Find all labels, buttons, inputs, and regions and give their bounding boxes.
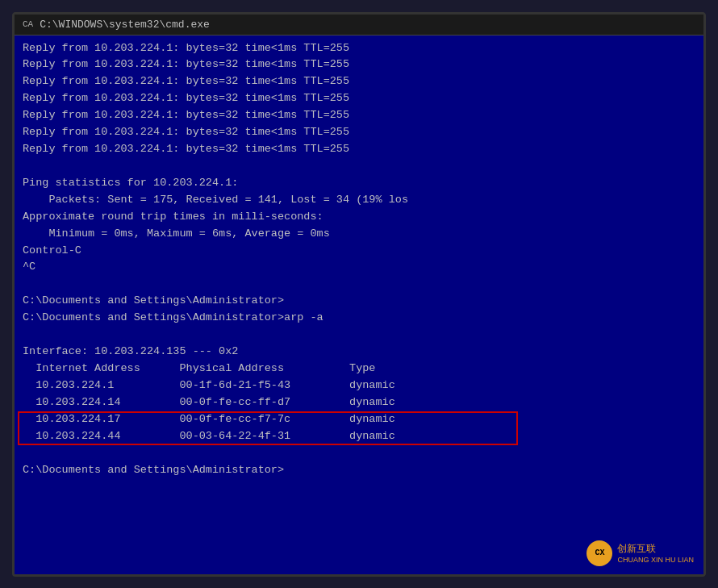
terminal-line: 10.203.224.44 00-03-64-22-4f-31 dynamic [23, 428, 695, 445]
terminal-line: Approximate round trip times in milli-se… [23, 209, 695, 226]
terminal-line: Reply from 10.203.224.1: bytes=32 time<1… [23, 141, 695, 158]
terminal-line: Interface: 10.203.224.135 --- 0x2 [23, 344, 695, 361]
terminal-line: Reply from 10.203.224.1: bytes=32 time<1… [23, 56, 695, 73]
terminal-line [23, 327, 695, 344]
watermark-logo: CX [587, 540, 612, 566]
terminal-line: Reply from 10.203.224.1: bytes=32 time<1… [23, 40, 695, 57]
watermark-logo-text: CX [595, 548, 604, 557]
terminal-line: Internet Address Physical Address Type [23, 361, 695, 377]
terminal-line: Reply from 10.203.224.1: bytes=32 time<1… [23, 124, 695, 141]
terminal-line: 10.203.224.1 00-1f-6d-21-f5-43 dynamic [23, 377, 695, 394]
terminal-line: Reply from 10.203.224.1: bytes=32 time<1… [23, 90, 695, 107]
terminal-line: C:\Documents and Settings\Administrator> [23, 293, 695, 310]
terminal-line [23, 445, 695, 462]
terminal-line: Reply from 10.203.224.1: bytes=32 time<1… [23, 73, 695, 90]
terminal-line: C:\Documents and Settings\Administrator> [23, 462, 695, 479]
terminal-line [23, 158, 695, 175]
terminal-line: C:\Documents and Settings\Administrator>… [23, 310, 695, 327]
terminal-line: Packets: Sent = 175, Received = 141, Los… [23, 192, 695, 209]
title-bar: CA C:\WINDOWS\system32\cmd.exe [15, 15, 703, 35]
terminal-line: Minimum = 0ms, Maximum = 6ms, Average = … [23, 226, 695, 243]
watermark-brand: 创新互联 CHUANG XIN HU LIAN [617, 542, 694, 564]
terminal-line: 10.203.224.17 00-0f-fe-cc-f7-7c dynamic [23, 411, 695, 428]
terminal-line: ^C [23, 259, 695, 276]
watermark: CX 创新互联 CHUANG XIN HU LIAN [587, 540, 694, 566]
window-title: C:\WINDOWS\system32\cmd.exe [40, 19, 210, 31]
cmd-window-frame: CA C:\WINDOWS\system32\cmd.exe Reply fro… [12, 12, 706, 577]
watermark-brand-en: CHUANG XIN HU LIAN [617, 556, 694, 564]
terminal-body[interactable]: Reply from 10.203.224.1: bytes=32 time<1… [15, 35, 703, 574]
terminal-line: Reply from 10.203.224.1: bytes=32 time<1… [23, 107, 695, 124]
terminal-line: Control-C [23, 243, 695, 260]
window-icon: CA [23, 19, 33, 29]
terminal-line: Ping statistics for 10.203.224.1: [23, 175, 695, 192]
watermark-brand-cn: 创新互联 [617, 542, 694, 556]
terminal-line: 10.203.224.14 00-0f-fe-cc-ff-d7 dynamic [23, 394, 695, 411]
terminal-line [23, 276, 695, 293]
